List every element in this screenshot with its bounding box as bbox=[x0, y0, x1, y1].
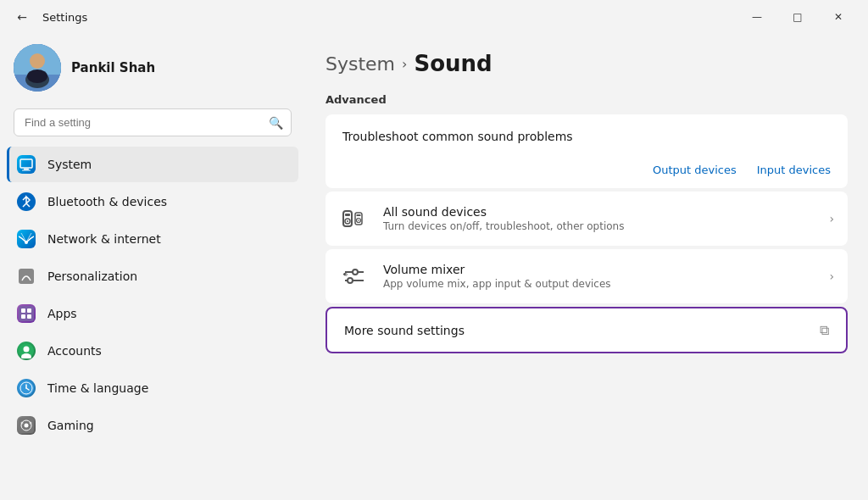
minimize-button[interactable]: — bbox=[737, 3, 776, 31]
svg-point-26 bbox=[30, 422, 32, 425]
bluetooth-icon bbox=[17, 192, 36, 211]
svg-point-2 bbox=[30, 53, 45, 69]
main-content: System › Sound Advanced Troubleshoot com… bbox=[305, 34, 868, 500]
breadcrumb-chevron: › bbox=[402, 56, 407, 72]
breadcrumb-parent: System bbox=[326, 53, 395, 75]
sidebar-item-time[interactable]: Time & language bbox=[7, 370, 298, 406]
title-bar-left: ← Settings bbox=[10, 5, 87, 29]
input-devices-link[interactable]: Input devices bbox=[757, 164, 831, 176]
section-label: Advanced bbox=[326, 93, 848, 106]
svg-point-25 bbox=[21, 422, 24, 425]
sidebar-item-label-network: Network & internet bbox=[47, 232, 161, 246]
title-bar: ← Settings — □ ✕ bbox=[0, 0, 868, 34]
troubleshoot-title: Troubleshoot common sound problems bbox=[342, 130, 831, 143]
back-button[interactable]: ← bbox=[10, 5, 34, 29]
svg-point-30 bbox=[347, 220, 348, 222]
all-sound-icon bbox=[339, 203, 370, 234]
svg-rect-28 bbox=[345, 214, 350, 216]
maximize-button[interactable]: □ bbox=[778, 3, 817, 31]
troubleshoot-links: Output devices Input devices bbox=[342, 157, 831, 176]
window-title: Settings bbox=[42, 11, 87, 24]
sidebar-item-apps[interactable]: Apps bbox=[7, 296, 298, 331]
svg-point-4 bbox=[27, 69, 47, 83]
external-link-icon: ⧉ bbox=[820, 322, 829, 338]
sidebar-item-label-system: System bbox=[47, 158, 92, 171]
svg-rect-10 bbox=[19, 306, 34, 321]
all-sound-chevron: › bbox=[829, 212, 834, 225]
time-icon bbox=[17, 379, 36, 397]
svg-point-16 bbox=[24, 347, 30, 353]
volume-mixer-card: Volume mixer App volume mix, app input &… bbox=[326, 249, 848, 303]
sidebar: Pankil Shah 🔍 System Bl bbox=[0, 34, 305, 500]
svg-point-36 bbox=[353, 269, 358, 275]
search-input[interactable] bbox=[14, 108, 292, 136]
search-box: 🔍 bbox=[14, 108, 292, 136]
close-button[interactable]: ✕ bbox=[819, 3, 858, 31]
accounts-icon bbox=[17, 342, 36, 360]
breadcrumb: System › Sound bbox=[326, 51, 848, 76]
sidebar-item-label-time: Time & language bbox=[47, 381, 148, 395]
network-icon bbox=[17, 230, 36, 248]
sidebar-item-personalization[interactable]: Personalization bbox=[7, 258, 298, 294]
all-sound-title: All sound devices bbox=[383, 205, 815, 219]
svg-point-34 bbox=[358, 219, 359, 221]
volume-mixer-desc: App volume mix, app input & output devic… bbox=[383, 278, 815, 290]
sidebar-item-label-personalization: Personalization bbox=[47, 269, 137, 283]
sidebar-item-label-apps: Apps bbox=[47, 307, 77, 320]
window-controls: — □ ✕ bbox=[737, 3, 858, 31]
svg-point-8 bbox=[25, 241, 28, 244]
svg-rect-7 bbox=[22, 170, 31, 171]
more-sound-row[interactable]: More sound settings ⧉ bbox=[327, 308, 846, 352]
volume-mixer-icon bbox=[339, 261, 370, 292]
svg-rect-5 bbox=[20, 159, 32, 168]
sidebar-item-label-bluetooth: Bluetooth & devices bbox=[47, 195, 167, 208]
sidebar-item-system[interactable]: System bbox=[7, 147, 298, 182]
svg-point-38 bbox=[348, 278, 353, 283]
svg-rect-11 bbox=[21, 308, 25, 313]
app-body: Pankil Shah 🔍 System Bl bbox=[0, 34, 868, 500]
troubleshoot-card: Troubleshoot common sound problems Outpu… bbox=[326, 114, 848, 188]
system-icon bbox=[17, 155, 36, 174]
volume-mixer-row[interactable]: Volume mixer App volume mix, app input &… bbox=[326, 249, 848, 303]
personalization-icon bbox=[17, 267, 36, 286]
more-sound-settings-card: More sound settings ⧉ bbox=[326, 307, 848, 353]
output-devices-link[interactable]: Output devices bbox=[653, 164, 737, 176]
sidebar-item-label-gaming: Gaming bbox=[47, 419, 94, 432]
sidebar-item-gaming[interactable]: Gaming bbox=[7, 408, 298, 443]
gaming-icon bbox=[17, 416, 36, 435]
volume-mixer-chevron: › bbox=[829, 269, 834, 283]
breadcrumb-current: Sound bbox=[414, 51, 492, 76]
svg-rect-13 bbox=[21, 314, 25, 319]
sidebar-item-bluetooth[interactable]: Bluetooth & devices bbox=[7, 184, 298, 219]
volume-mixer-title: Volume mixer bbox=[383, 263, 815, 276]
svg-rect-32 bbox=[357, 214, 361, 216]
all-sound-desc: Turn devices on/off, troubleshoot, other… bbox=[383, 220, 815, 232]
all-sound-devices-row[interactable]: All sound devices Turn devices on/off, t… bbox=[326, 192, 848, 246]
user-name: Pankil Shah bbox=[71, 60, 155, 75]
user-profile: Pankil Shah bbox=[7, 34, 298, 105]
apps-icon bbox=[17, 304, 36, 323]
svg-rect-6 bbox=[24, 169, 29, 170]
sidebar-item-label-accounts: Accounts bbox=[47, 344, 102, 358]
svg-rect-14 bbox=[27, 314, 31, 319]
search-icon: 🔍 bbox=[269, 116, 283, 130]
svg-rect-12 bbox=[27, 308, 31, 313]
sidebar-item-accounts[interactable]: Accounts bbox=[7, 333, 298, 369]
svg-point-24 bbox=[25, 424, 29, 428]
all-sound-devices-card: All sound devices Turn devices on/off, t… bbox=[326, 192, 848, 246]
more-sound-title: More sound settings bbox=[344, 324, 465, 337]
avatar bbox=[14, 44, 61, 92]
sidebar-item-network[interactable]: Network & internet bbox=[7, 221, 298, 257]
avatar-image bbox=[14, 44, 61, 92]
